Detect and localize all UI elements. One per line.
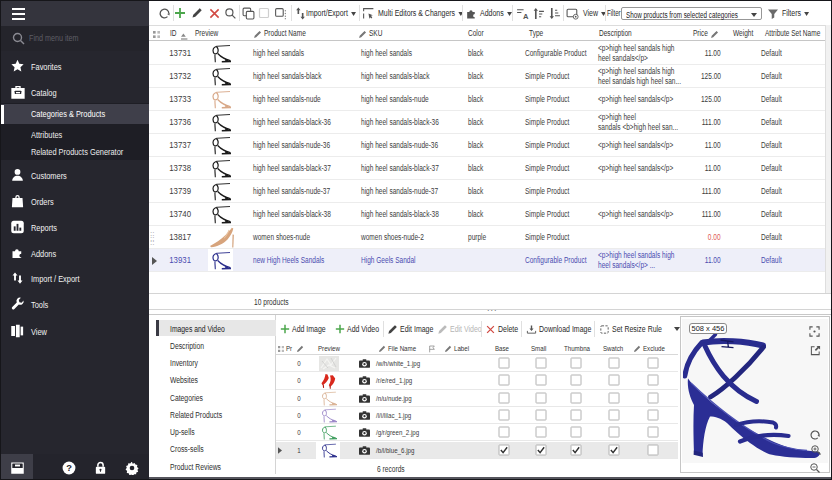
svg-text:A: A xyxy=(523,12,529,20)
svg-text:?: ? xyxy=(66,463,72,473)
